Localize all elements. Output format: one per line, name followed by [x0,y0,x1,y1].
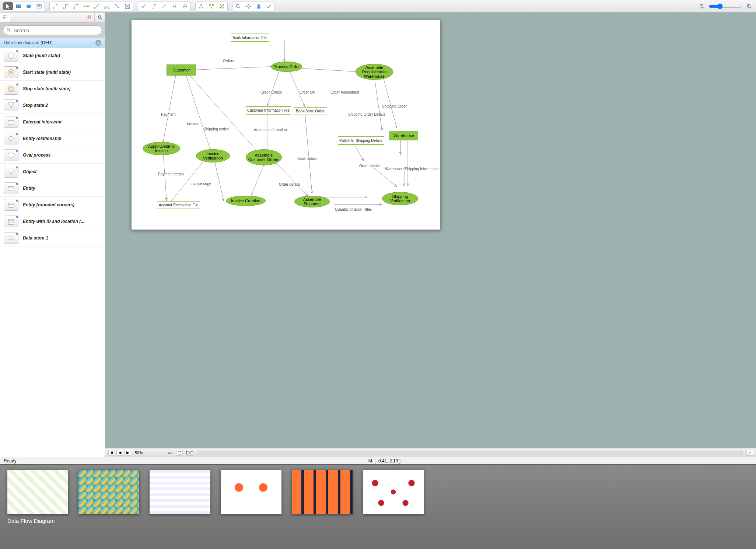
shape-thumb [4,83,18,95]
connector-6[interactable] [102,2,112,10]
node-customer[interactable]: Customer [167,64,196,76]
svg-line-79 [297,68,360,72]
search-input[interactable] [3,25,102,35]
library-item[interactable]: External interactor [0,114,105,130]
line-5[interactable] [180,2,190,10]
node-invoice-creation[interactable]: Invoice Creation [226,196,266,206]
library-item[interactable]: Object [0,164,105,180]
node-assemble-req[interactable]: Assemble Requisition to Warehouse [356,64,393,80]
pause-icon[interactable]: ⏸ [108,450,115,456]
library-item[interactable]: Oval process [0,147,105,164]
shape-thumb [4,133,18,144]
library-item-label: Stop state 2 [23,103,48,108]
svg-point-57 [7,28,10,31]
gallery-thumb-2[interactable] [78,470,139,514]
library-item[interactable]: Stop state (multi state) [0,81,105,97]
svg-line-83 [305,110,312,193]
next-page[interactable]: ▶ [125,450,131,456]
canvas-scroll[interactable]: Book Information File Customer Informati… [105,13,756,448]
svg-line-56 [100,18,102,20]
close-icon[interactable]: ✕ [95,40,101,46]
library-item[interactable]: Data store 1 [0,230,105,246]
line-3[interactable] [160,2,169,10]
svg-line-93 [251,164,264,195]
svg-point-8 [63,7,64,9]
tree-1[interactable] [196,2,206,10]
store-book-info[interactable]: Book Information File [231,34,269,42]
gallery-thumb-4[interactable] [221,470,281,514]
library-item-label: Entity [23,186,35,191]
sidebar-tab-outline[interactable] [0,13,10,22]
h-scrollbar[interactable] [197,451,743,455]
library-header[interactable]: Data flow diagram (DFD) ✕ [0,38,105,48]
svg-line-94 [275,162,308,196]
zoom-out-icon[interactable] [697,2,707,10]
library-item[interactable]: Stop state 2 [0,97,105,114]
store-cust-info[interactable]: Customer Information File [246,106,291,115]
text-tool[interactable] [34,2,44,10]
gallery-thumb-1[interactable] [7,470,68,514]
tree-3[interactable] [217,2,227,10]
node-assemble-ship[interactable]: Assemble Shipment [294,196,330,207]
library-item[interactable]: Entity [0,180,105,197]
library-item-label: Object [23,169,36,174]
library-item[interactable]: Entity relationship [0,130,105,147]
sidebar-tab-grid[interactable] [84,13,95,22]
pan-icon[interactable] [244,2,253,10]
page-layout-1[interactable]: ▢ [176,450,183,456]
connector-2[interactable] [61,2,70,10]
node-apply-credit[interactable]: Apply Credit to Invoice [143,142,180,155]
library-item[interactable]: State (multi state) [0,48,105,64]
fit-icon[interactable]: ⤢ [746,450,753,456]
library-item[interactable]: Entity with ID and location (... [0,213,105,230]
eyedropper-icon[interactable] [264,2,274,10]
connector-3[interactable] [71,2,81,10]
line-1[interactable] [139,2,148,10]
store-pub-ship[interactable]: Publisher Shipping Details [338,136,384,145]
node-assemble-cust[interactable]: Assemble Customer Orders [246,149,282,165]
ready-bar: Ready M: [ -0.41, 2.19 ] [0,457,756,464]
node-ship-verif[interactable]: Shipping Verification [382,192,418,205]
stepper-icon[interactable]: ▵▿ [168,450,172,455]
zoom-slider[interactable] [709,3,742,9]
status-bar: ⏸ ◀ ▶ 50% ▵▿ ▢ ▢▢ ⤢ [105,448,756,457]
gallery-thumb-3[interactable] [150,470,210,514]
svg-rect-28 [209,4,211,6]
prev-page[interactable]: ◀ [116,450,123,456]
diagram-page[interactable]: Book Information File Customer Informati… [131,20,441,230]
ellipse-tool[interactable] [24,2,34,10]
library-item[interactable]: Start state (multi state) [0,64,105,81]
svg-point-25 [200,4,202,6]
label-wh-ship-info: Warehouse Shipping Information [385,167,414,171]
svg-point-26 [199,7,200,8]
page-layout-2[interactable]: ▢▢ [186,450,193,456]
sidebar-tab-search[interactable] [95,13,105,22]
store-book-store[interactable]: Book Store Order [294,107,327,115]
zoom-value[interactable]: 50% [135,451,164,455]
zoom-in-icon[interactable] [744,2,754,10]
rectangle-tool[interactable] [14,2,23,10]
library-item-label: Data store 1 [23,235,48,241]
gallery-thumb-5[interactable] [292,470,353,514]
line-2[interactable] [149,2,159,10]
node-warehouse[interactable]: Warehouse [389,131,418,140]
svg-rect-30 [211,7,212,8]
connector-8[interactable] [123,2,132,10]
pointer-tool[interactable] [3,2,13,10]
svg-rect-37 [257,8,260,8]
node-invoice-verif[interactable]: Invoice Verification [196,149,230,162]
tree-2[interactable] [207,2,216,10]
tool-group-connectors [49,1,133,11]
store-acct-recv[interactable]: Account Receivable File [157,201,200,209]
node-process-order[interactable]: Process Order [271,62,302,72]
connector-4[interactable] [81,2,91,10]
library-item[interactable]: Entity (rounded corners) [0,197,105,213]
connector-1[interactable] [50,2,60,10]
zoom-icon[interactable] [233,2,243,10]
connector-5[interactable] [92,2,101,10]
svg-line-75 [190,66,277,70]
gallery-thumb-6[interactable] [363,470,424,514]
connector-7[interactable] [112,2,122,10]
stamp-icon[interactable] [254,2,263,10]
line-4[interactable] [170,2,179,10]
